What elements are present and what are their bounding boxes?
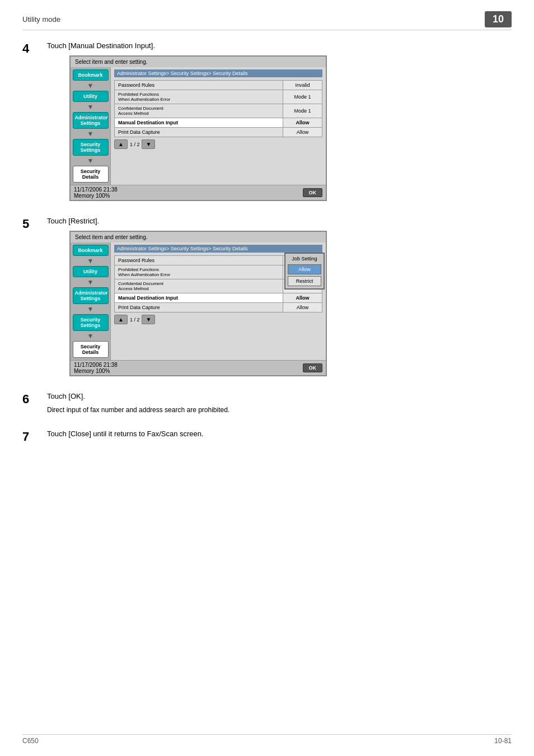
sidebar-arrow-3: ▼ xyxy=(87,130,94,138)
sidebar-security-details[interactable]: Security Details xyxy=(73,166,109,183)
step-7-number: 7 xyxy=(22,430,38,444)
screen1-bottom-bar: 11/17/2006 21:38 Memory 100% OK xyxy=(71,185,326,200)
sidebar2-arrow-2: ▼ xyxy=(87,278,94,286)
screen1-sidebar: Bookmark ▼ Utility ▼ Administrator Setti… xyxy=(71,67,111,185)
job-setting-popup: Job Setting Allow Restrict xyxy=(284,253,325,290)
nav-prev-btn[interactable]: ▲ xyxy=(114,139,128,149)
value-confidential: Mode 1 xyxy=(283,104,322,118)
screen1-settings-table: Password Rules Invalid Prohibited Functi… xyxy=(114,80,322,137)
page-number-box: 10 xyxy=(485,11,512,27)
value-manual-dest: Allow xyxy=(283,118,322,128)
screen2-bottom-bar: 11/17/2006 21:38 Memory 100% OK xyxy=(71,360,326,375)
screen1-datetime: 11/17/2006 21:38 Memory 100% xyxy=(74,186,118,199)
value-prohibited: Mode 1 xyxy=(283,90,322,104)
sidebar2-arrow-3: ▼ xyxy=(87,305,94,313)
setting2-prohibited[interactable]: Prohibited FunctionsWhen Authentication … xyxy=(115,265,283,279)
sidebar-arrow-1: ▼ xyxy=(87,82,94,90)
nav2-page: 1 / 2 xyxy=(130,317,140,323)
screen2-nav: ▲ 1 / 2 ▼ xyxy=(114,315,322,324)
page-footer: C650 10-81 xyxy=(22,734,512,745)
nav2-next-btn[interactable]: ▼ xyxy=(142,315,155,324)
step-4-content: Touch [Manual Destination Input]. Select… xyxy=(47,41,512,201)
screen1-main: Administrator Settings> Security Setting… xyxy=(111,67,326,185)
nav-page: 1 / 2 xyxy=(130,142,140,147)
step-5-content: Touch [Restrict]. Select item and enter … xyxy=(47,217,512,376)
memory2-text: Memory 100% xyxy=(74,368,110,374)
screen2-main: Administrator Settings> Security Setting… xyxy=(111,242,326,360)
setting-print-capture[interactable]: Print Data Capture xyxy=(115,128,283,137)
step-4-instruction: Touch [Manual Destination Input]. xyxy=(47,41,512,50)
setting-prohibited-functions[interactable]: Prohibited FunctionsWhen Authentication … xyxy=(115,90,283,104)
step-4-number: 4 xyxy=(22,41,38,201)
step-5-number: 5 xyxy=(22,217,38,376)
screen2-topbar: Select item and enter setting. xyxy=(71,232,326,242)
value2-print-capture: Allow xyxy=(283,303,322,312)
setting-confidential-doc[interactable]: Confidential DocumentAccess Method xyxy=(115,104,283,118)
table-row: Manual Destination Input Allow xyxy=(115,293,322,303)
setting2-print-capture[interactable]: Print Data Capture xyxy=(115,303,283,312)
screen1-topbar: Select item and enter setting. xyxy=(71,57,326,67)
step-7-content: Touch [Close] until it returns to Fax/Sc… xyxy=(47,430,512,444)
table-row: Print Data Capture Allow xyxy=(115,303,322,312)
ok-button-1[interactable]: OK xyxy=(303,188,323,197)
sidebar-security-settings[interactable]: Security Settings xyxy=(73,139,109,156)
popup-title: Job Setting xyxy=(288,256,321,262)
setting2-password-rules[interactable]: Password Rules xyxy=(115,256,283,265)
screen2-breadcrumb: Administrator Settings> Security Setting… xyxy=(114,245,322,253)
setting-manual-dest[interactable]: Manual Destination Input xyxy=(115,118,283,128)
table-row: Prohibited FunctionsWhen Authentication … xyxy=(115,90,322,104)
datetime2-text: 11/17/2006 21:38 xyxy=(74,362,118,368)
sidebar2-bookmark[interactable]: Bookmark xyxy=(73,245,109,256)
allow-button[interactable]: Allow xyxy=(288,264,321,274)
table-row: Confidential DocumentAccess Method Mode … xyxy=(115,104,322,118)
screen1-body: Bookmark ▼ Utility ▼ Administrator Setti… xyxy=(71,67,326,185)
step-7-instruction: Touch [Close] until it returns to Fax/Sc… xyxy=(47,430,512,438)
sidebar-utility[interactable]: Utility xyxy=(73,91,109,102)
table-row: Manual Destination Input Allow xyxy=(115,118,322,128)
step-5-instruction: Touch [Restrict]. xyxy=(47,217,512,225)
memory-text: Memory 100% xyxy=(74,193,110,199)
screen-1: Select item and enter setting. Bookmark … xyxy=(69,55,327,201)
table-row: Print Data Capture Allow xyxy=(115,128,322,137)
step-4-section: 4 Touch [Manual Destination Input]. Sele… xyxy=(22,41,512,201)
step-6-content: Touch [OK]. Direct input of fax number a… xyxy=(47,392,512,414)
screen2-sidebar: Bookmark ▼ Utility ▼ Administrator Setti… xyxy=(71,242,111,360)
screen2-body: Bookmark ▼ Utility ▼ Administrator Setti… xyxy=(71,242,326,360)
value2-manual-dest: Allow xyxy=(283,293,322,303)
sidebar2-security-settings[interactable]: Security Settings xyxy=(73,314,109,331)
sidebar2-arrow-4: ▼ xyxy=(87,332,94,340)
step-6-subtext: Direct input of fax number and address s… xyxy=(47,406,512,414)
step-6-instruction: Touch [OK]. xyxy=(47,392,512,400)
screen2-datetime: 11/17/2006 21:38 Memory 100% xyxy=(74,362,118,374)
restrict-button[interactable]: Restrict xyxy=(288,276,321,286)
setting2-manual-dest[interactable]: Manual Destination Input xyxy=(115,293,283,303)
datetime-text: 11/17/2006 21:38 xyxy=(74,186,118,193)
value-print-capture: Allow xyxy=(283,128,322,137)
screen1-nav: ▲ 1 / 2 ▼ xyxy=(114,139,322,149)
sidebar-admin-settings[interactable]: Administrator Settings xyxy=(73,112,109,129)
value-password-rules: Invalid xyxy=(283,81,322,90)
ok-button-2[interactable]: OK xyxy=(303,363,323,372)
footer-right: 10-81 xyxy=(494,737,512,745)
nav-next-btn[interactable]: ▼ xyxy=(142,139,155,149)
step-6-number: 6 xyxy=(22,392,38,414)
sidebar-bookmark[interactable]: Bookmark xyxy=(73,69,109,81)
sidebar-arrow-2: ▼ xyxy=(87,103,94,111)
screen-2: Select item and enter setting. Bookmark … xyxy=(69,231,327,376)
page-header: Utility mode 10 xyxy=(22,11,512,30)
footer-left: C650 xyxy=(22,737,39,745)
step-6-section: 6 Touch [OK]. Direct input of fax number… xyxy=(22,392,512,414)
setting-password-rules[interactable]: Password Rules xyxy=(115,81,283,90)
setting2-confidential[interactable]: Confidential DocumentAccess Method xyxy=(115,279,283,293)
sidebar2-utility[interactable]: Utility xyxy=(73,266,109,277)
sidebar2-security-details[interactable]: Security Details xyxy=(73,341,109,358)
sidebar2-arrow-1: ▼ xyxy=(87,257,94,265)
nav2-prev-btn[interactable]: ▲ xyxy=(114,315,128,324)
step-5-section: 5 Touch [Restrict]. Select item and ente… xyxy=(22,217,512,376)
sidebar-arrow-4: ▼ xyxy=(87,157,94,165)
step-7-section: 7 Touch [Close] until it returns to Fax/… xyxy=(22,430,512,444)
page-header-title: Utility mode xyxy=(22,15,60,24)
screen1-breadcrumb: Administrator Settings> Security Setting… xyxy=(114,69,322,77)
sidebar2-admin-settings[interactable]: Administrator Settings xyxy=(73,287,109,304)
table-row: Password Rules Invalid xyxy=(115,81,322,90)
